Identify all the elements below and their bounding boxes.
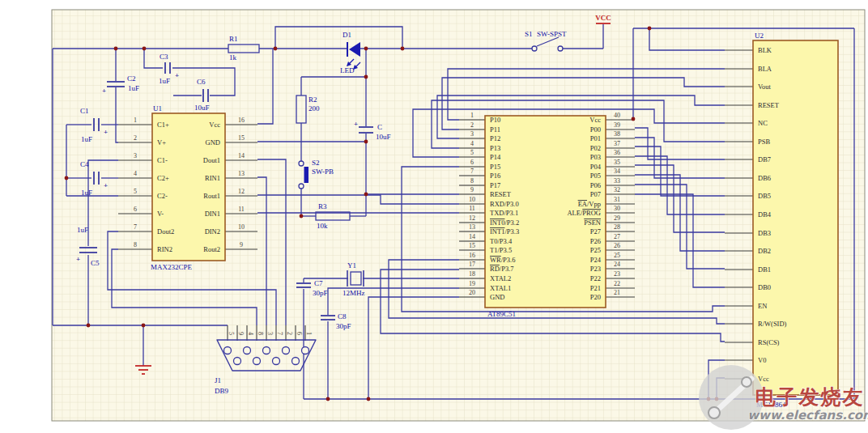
mcu-pin-name: P24	[590, 256, 602, 264]
u1-pin-number: 6	[134, 206, 137, 213]
u1-pin-name: DIN2	[205, 227, 220, 236]
db9-pin-number: 4	[247, 332, 254, 335]
mcu-pin-number: 8	[470, 177, 474, 185]
label-parts-c1-d: C1	[80, 107, 89, 115]
db9-hole	[253, 358, 261, 365]
mcu-pin-number: 20	[469, 289, 475, 296]
mcu-pin-number: 7	[470, 168, 474, 175]
u2-pin-name: DB7	[758, 155, 771, 163]
mcu-pin-number: 13	[469, 223, 475, 231]
watermark-brand-text: 电子发烧友	[755, 385, 865, 409]
watermark-logo-dot	[708, 407, 720, 418]
u1-body	[152, 113, 225, 261]
capacitor-polarity-mark: +	[104, 128, 108, 136]
mcu-pin-number: 15	[469, 242, 475, 249]
mcu-pin-number: 5	[470, 149, 474, 156]
mcu-pin-number: 1	[470, 112, 474, 119]
watermark-logo-dot	[742, 377, 751, 387]
mcu-pin-name: P13	[490, 144, 500, 152]
u1-pin-number: 1	[134, 117, 137, 124]
db9-hole	[244, 347, 251, 354]
mcu-pin-number: 31	[614, 196, 620, 203]
db9-hole	[292, 358, 300, 365]
u1-pin-name: C1-	[157, 156, 168, 164]
label-parts-d1-d: D1	[343, 31, 351, 39]
mcu-pin-number: 2	[470, 121, 474, 129]
db9-pin-number: 5	[228, 332, 235, 335]
label-parts-r2-d: R2	[308, 96, 317, 104]
junction-dot	[143, 47, 147, 51]
u1-pin-name: Vcc	[209, 121, 220, 129]
mcu-pin-number: 23	[614, 270, 620, 278]
db9-pin-number: 8	[257, 332, 264, 335]
mcu-pin-name: TXD/P3.1	[490, 209, 518, 217]
mcu-pin-name: P22	[590, 274, 601, 282]
u1-pin-name: C1+	[157, 121, 169, 129]
mcu-pin-number: 25	[614, 252, 620, 259]
junction-dot	[300, 214, 304, 219]
u1-pin-name: DIN1	[205, 210, 220, 218]
mcu-pin-name: T1/P3.5	[490, 246, 512, 254]
mcu-pin-number: 12	[469, 214, 475, 222]
junction-dot	[274, 47, 278, 51]
u1-pin-number: 9	[240, 241, 243, 248]
label-parts-c1-v: 1uF	[81, 135, 92, 143]
u1-pin-number: 2	[134, 134, 137, 142]
u2-pin-name: Vcc	[758, 375, 769, 383]
label-parts-y1-d: Y1	[347, 261, 356, 270]
u1-pin-number: 5	[134, 188, 137, 195]
junction-dot	[65, 176, 69, 180]
u1-pin-number: 15	[238, 134, 245, 142]
schematic-page: 1C1+2V+3C1-4C2+5C2-6V-7Dout28RIN216Vcc15…	[0, 0, 868, 433]
u2-pin-name: V0	[758, 356, 766, 364]
mcu-pin-number: 29	[614, 214, 620, 222]
u1-pin-name: RIN2	[157, 245, 172, 253]
db9-hole	[302, 347, 309, 354]
mcu-pin-name: P05	[590, 172, 601, 180]
label-parts-c4-v: 1uF	[81, 189, 92, 197]
mcu-pin-number: 30	[614, 205, 620, 212]
mcu-pin-number: 26	[614, 242, 620, 249]
mcu-pin-number: 9	[470, 186, 474, 193]
label-power-vcc: VCC	[595, 14, 611, 22]
label-parts-s2-d: S2	[312, 159, 320, 167]
u1-pin-number: 12	[238, 188, 245, 195]
u1-pin-number: 13	[238, 170, 245, 177]
label-parts-s1-v: SW-SPST	[537, 30, 567, 38]
label-j1-part: DB9	[215, 387, 229, 395]
schematic-canvas: 1C1+2V+3C1-4C2+5C2-6V-7Dout28RIN216Vcc15…	[0, 0, 868, 433]
mcu-pin-name: Vcc	[589, 116, 601, 124]
mcu-pin-number: 35	[614, 159, 620, 166]
u2-pin-name: Vout	[758, 83, 772, 91]
mcu-pin-number: 19	[469, 280, 475, 287]
mcu-pin-name: P26	[590, 237, 601, 245]
label-parts-c8-d: C8	[338, 312, 347, 321]
u1-pin-name: Rout1	[203, 192, 220, 200]
mcu-pin-number: 3	[470, 130, 474, 138]
mcu-pin-number: 33	[614, 177, 620, 185]
label-parts-c7-d: C7	[314, 279, 323, 287]
junction-dot	[632, 117, 636, 121]
db9-hole	[283, 347, 290, 354]
mcu-pin-name: P14	[490, 153, 501, 161]
u1-pin-name: C2+	[157, 174, 169, 182]
db9-hole	[234, 358, 241, 365]
switch-terminal	[558, 46, 563, 51]
label-parts-s2-v: SW-PB	[312, 168, 334, 176]
u1-pin-number: 8	[134, 241, 137, 248]
mcu-pin-number: 14	[469, 233, 475, 240]
u1-pin-name: GND	[206, 138, 220, 146]
u2-pin-name: R/W(SID)	[758, 320, 787, 328]
u2-pin-name: DB2	[758, 247, 771, 255]
junction-dot	[401, 47, 405, 51]
mcu-pin-name: WR/P3.6	[490, 256, 515, 264]
mcu-pin-name: ALE/PROG	[567, 209, 601, 217]
mcu-pin-name: P27	[590, 227, 601, 236]
capacitor-polarity-mark: +	[104, 181, 108, 189]
label-parts-r3-d: R3	[318, 202, 327, 210]
u1-pin-number: 3	[134, 152, 137, 159]
mcu-pin-number: 27	[614, 233, 620, 240]
mcu-pin-name: P07	[590, 190, 601, 198]
capacitor-polarity-mark: +	[102, 87, 106, 95]
u1-pin-number: 11	[238, 206, 245, 213]
